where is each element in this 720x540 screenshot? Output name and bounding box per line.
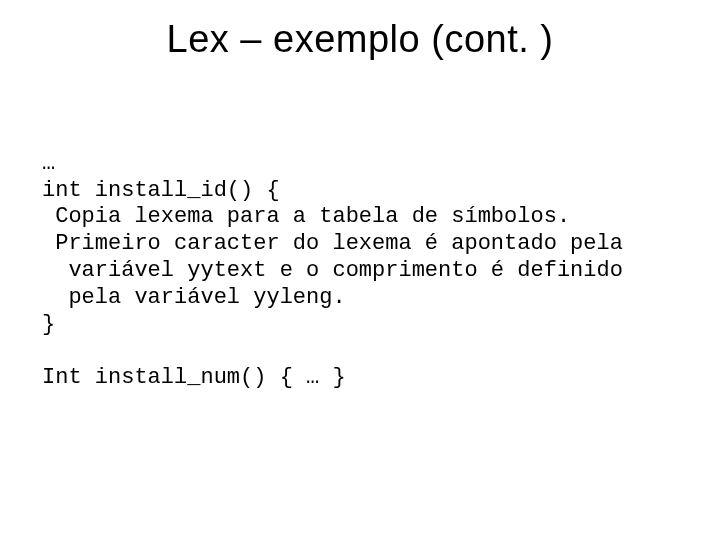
code-line: pela variável yyleng. [42, 285, 346, 310]
code-line: Int install_num() { … } [42, 365, 346, 390]
code-line: … [42, 151, 55, 176]
code-line: } [42, 312, 55, 337]
code-line: Primeiro caracter do lexema é apontado p… [42, 231, 623, 256]
code-line: Copia lexema para a tabela de símbolos. [42, 204, 570, 229]
code-block: … int install_id() { Copia lexema para a… [42, 124, 623, 419]
code-line: variável yytext e o comprimento é defini… [42, 258, 623, 283]
slide: Lex – exemplo (cont. ) … int install_id(… [0, 0, 720, 540]
code-line: int install_id() { [42, 178, 280, 203]
slide-title: Lex – exemplo (cont. ) [0, 0, 720, 61]
